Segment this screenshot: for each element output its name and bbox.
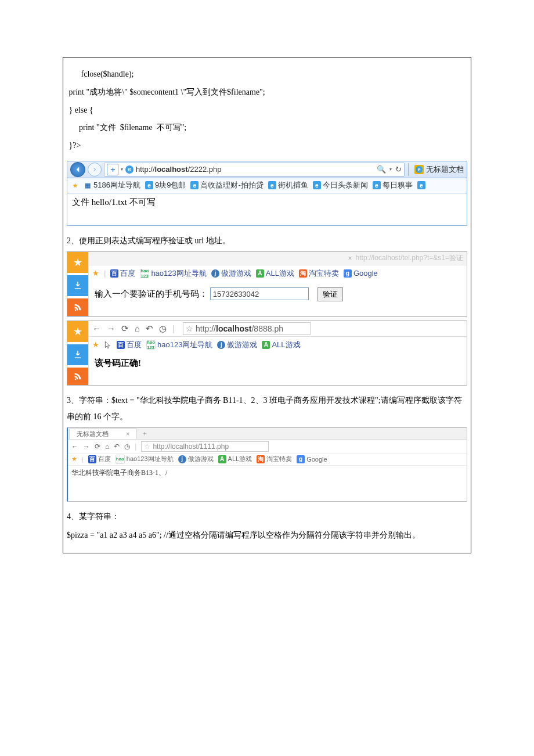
close-tab-button[interactable]: ×	[126, 430, 129, 437]
bookmark-item[interactable]: gGoogle	[297, 455, 327, 463]
side-star-button[interactable]: ★	[67, 321, 88, 342]
back-button[interactable]	[70, 162, 85, 177]
star-icon[interactable]: ★	[71, 455, 77, 463]
b2a-urlrow: × http://localhost/tel.php?t=&s1=验证	[89, 252, 467, 265]
back-button[interactable]: ←	[92, 323, 101, 333]
b2a-body: 输入一个要验证的手机号码： 15732633042 验证	[89, 282, 467, 309]
side-tab-strip: ★	[67, 321, 89, 385]
arrow-left-icon	[73, 164, 83, 175]
tab[interactable]: e 无标题文档	[412, 164, 464, 175]
question-3: 3、字符串：$text = "华北科技学院电子商务 B11-1、2、3 班电子商…	[67, 393, 467, 425]
bookmark-item[interactable]: 百百度	[88, 455, 111, 463]
bookmark-item[interactable]: AALL游戏	[262, 340, 300, 350]
bookmark-item[interactable]: e	[417, 181, 425, 189]
side-download-button[interactable]	[67, 344, 88, 365]
ie-bookmark-bar: ★ ▦5186网址导航 e9块9包邮 e高收益理财-拍拍贷 e街机捕鱼 e今日头…	[67, 178, 467, 193]
bookmark-item[interactable]: 百百度	[117, 340, 142, 350]
verify-button[interactable]: 验证	[317, 287, 343, 301]
browser-2a: ★ × http://localhost/tel.php?t=&s1=验证 ★ …	[67, 251, 467, 317]
b2b-body: 该号码正确!	[89, 353, 467, 377]
browser-2b: ★ ← → ⟳ ⌂ ↶ ◷ | ☆ http://localhost/888	[67, 321, 467, 386]
bookmark-item[interactable]: j傲游游戏	[178, 455, 214, 463]
search-icon[interactable]: 🔍	[377, 165, 386, 174]
ie-icon: e	[125, 165, 134, 174]
browser-4: 无标题文档 × ＋ ← → ⟳ ⌂ ↶ ◷ | ☆ http://localho…	[67, 427, 467, 502]
question-4a: 4、某字符串：	[67, 509, 467, 525]
star-icon[interactable]: ★	[92, 340, 99, 349]
forward-button[interactable]: →	[107, 323, 116, 333]
bookmark-item[interactable]: e高收益理财-拍拍贷	[190, 180, 263, 190]
undo-button[interactable]: ↶	[146, 323, 153, 334]
url-text: http://localhost/2222.php	[136, 165, 221, 174]
b2b-toolbar: ← → ⟳ ⌂ ↶ ◷ | ☆ http://localhost/8888.ph	[89, 321, 467, 337]
address-bar[interactable]: ☆ http://localhost/8888.ph	[183, 322, 311, 335]
bookmark-item[interactable]: AALL游戏	[218, 455, 252, 463]
home-button[interactable]: ⌂	[105, 442, 109, 451]
download-icon	[73, 350, 83, 360]
side-rss-button[interactable]	[67, 368, 88, 385]
tab[interactable]: 无标题文档 ×	[69, 429, 137, 439]
address-bar[interactable]: ＋ ▾ e http://localhost/2222.php 🔍 ▾ ↻	[104, 163, 405, 177]
url-text: http://localhost/8888.ph	[196, 324, 283, 333]
ie-page-icon: e	[414, 165, 424, 174]
url-text: http://localhost/1111.php	[153, 442, 229, 451]
b4-bookmark-bar: ★ | 百百度 haohao123网址导航 j傲游游戏 AALL游戏 淘淘宝特卖…	[68, 453, 467, 466]
rss-icon	[73, 372, 82, 381]
address-bar[interactable]: ☆ http://localhost/1111.php	[141, 441, 269, 452]
tab-title: 无标题文档	[426, 164, 464, 175]
document-page: fclose($handle); print "成功地将\" $somecont…	[63, 57, 471, 553]
bookmark-item[interactable]: e每日糗事	[373, 180, 413, 190]
back-button[interactable]: ←	[71, 442, 78, 451]
bookmark-item[interactable]: gGoogle	[344, 269, 378, 278]
bookmark-item[interactable]: e9块9包邮	[145, 180, 186, 190]
b2a-bookmark-bar: ★ | 百百度 hao123hao123网址导航 j傲游游戏 AALL游戏 淘淘…	[89, 265, 467, 282]
history-button[interactable]: ◷	[124, 442, 130, 451]
output-text: 华北科技学院电子商务B13-1、/	[71, 469, 167, 477]
bookmark-item[interactable]: haohao123网址导航	[116, 455, 174, 464]
output-text: 文件 hello/1.txt 不可写	[72, 197, 156, 207]
tab-title: 无标题文档	[77, 430, 109, 438]
home-button[interactable]: ⌂	[135, 323, 140, 333]
bookmark-item[interactable]: AALL游戏	[256, 268, 294, 279]
add-tab-button[interactable]: ＋	[107, 164, 118, 175]
star-icon[interactable]: ☆	[186, 324, 193, 333]
bookmark-item[interactable]: 淘淘宝特卖	[257, 455, 292, 463]
history-button[interactable]: ◷	[159, 323, 167, 334]
new-tab-button[interactable]: ＋	[137, 429, 153, 438]
cursor-icon	[104, 340, 112, 350]
bookmark-item[interactable]: j傲游游戏	[217, 340, 257, 350]
favorites-button[interactable]: ★	[71, 181, 79, 189]
side-rss-button[interactable]	[67, 298, 88, 316]
separator	[408, 163, 409, 176]
rss-icon	[73, 303, 82, 312]
dropdown-icon: ▾	[121, 167, 123, 172]
download-icon	[73, 280, 83, 291]
code-block-1: fclose($handle); print "成功地将\" $somecont…	[67, 66, 467, 155]
star-icon[interactable]: ☆	[144, 442, 150, 451]
bookmark-item[interactable]: hao123hao123网址导航	[140, 268, 206, 279]
reload-button[interactable]: ⟳	[95, 442, 100, 451]
side-tab-strip: ★	[67, 252, 89, 316]
b4-body: 华北科技学院电子商务B13-1、/	[68, 466, 467, 501]
bookmark-item[interactable]: 百百度	[110, 268, 135, 279]
side-star-button[interactable]: ★	[67, 252, 88, 273]
code-text: fclose($handle); print "成功地将\" $somecont…	[67, 66, 467, 155]
ie-page-content: 文件 hello/1.txt 不可写	[67, 193, 467, 226]
star-icon[interactable]: ★	[92, 269, 99, 278]
ie-browser: ＋ ▾ e http://localhost/2222.php 🔍 ▾ ↻	[67, 161, 467, 226]
output-text: 该号码正确!	[95, 358, 141, 368]
refresh-button[interactable]: ↻	[395, 165, 402, 174]
side-download-button[interactable]	[67, 275, 88, 296]
bookmark-item[interactable]: j傲游游戏	[211, 268, 251, 279]
reload-button[interactable]: ⟳	[121, 323, 129, 334]
forward-button[interactable]	[88, 163, 102, 177]
forward-button[interactable]: →	[83, 442, 90, 451]
bookmark-item[interactable]: e街机捕鱼	[268, 180, 308, 190]
question-4b: $pizza = "a1 a2 a3 a4 a5 a6"; //通过空格分隔请编…	[67, 527, 467, 543]
bookmark-item[interactable]: hao123hao123网址导航	[146, 340, 212, 350]
undo-button[interactable]: ↶	[114, 442, 120, 451]
bookmark-item[interactable]: e今日头条新闻	[313, 180, 368, 190]
phone-input[interactable]: 15732633042	[210, 287, 309, 300]
bookmark-item[interactable]: ▦5186网址导航	[84, 180, 140, 190]
bookmark-item[interactable]: 淘淘宝特卖	[299, 268, 339, 279]
